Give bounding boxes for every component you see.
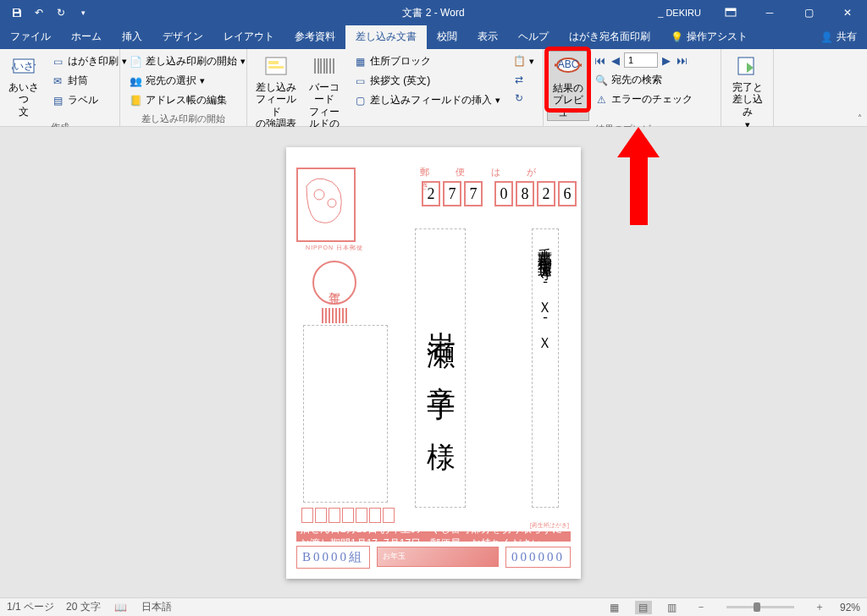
zoom-in-button[interactable]: ＋ [811,601,828,614]
barcode-icon [311,52,338,80]
read-mode-icon[interactable]: ▦ [606,601,623,614]
tab-mailings[interactable]: 差し込み文書 [345,25,427,49]
bulb-icon: 💡 [671,31,683,43]
collapse-ribbon-icon[interactable]: ˄ [858,113,862,123]
zip-digit: 2 [422,181,440,206]
zip-digit: 6 [558,181,577,206]
insert-field-button[interactable]: ▢差し込みフィールドの挿入 ▾ [350,91,504,109]
tab-hagaki[interactable]: はがき宛名面印刷 [559,25,660,49]
user-name[interactable]: _ DEKIRU [658,8,701,18]
preview-results-button[interactable]: ABC 結果の プレビュー [547,51,589,121]
select-recipients-button[interactable]: 👥宛先の選択 ▾ [125,72,249,90]
document-canvas[interactable]: NIPPON 日本郵便 年賀 郵 便 は が き 2 7 7 0 8 2 6 千… [0,127,867,597]
minimize-button[interactable]: ─ [750,0,789,25]
word-count[interactable]: 20 文字 [66,600,101,614]
zip-digit: 8 [516,181,534,206]
stripes-decoration [296,308,373,323]
share-button[interactable]: 👤共有 [810,25,867,49]
svg-point-19 [314,190,324,200]
ribbon-display-icon[interactable] [711,0,750,25]
rules-icon: 📋 [512,54,526,68]
tab-layout[interactable]: レイアウト [213,25,284,49]
find-recipient-button[interactable]: 🔍宛先の検索 [591,71,696,89]
last-record-button[interactable]: ⏭ [675,54,689,67]
tell-me[interactable]: 💡操作アシスト [660,25,758,49]
label-icon: ▤ [51,94,64,107]
proofing-icon[interactable]: 📖 [113,601,130,614]
check-errors-button[interactable]: ⚠エラーのチェック [591,91,696,108]
sender-field[interactable] [303,325,388,503]
update-labels-button[interactable]: ↻ [509,90,538,107]
language-indicator[interactable]: 日本語 [141,600,172,614]
search-icon: 🔍 [594,74,608,87]
lottery-number: 000000 [505,547,571,568]
tab-file[interactable]: ファイル [0,25,61,49]
edit-addressbook-button[interactable]: 📒アドレス帳の編集 [125,91,249,109]
zip-digit: 7 [443,181,461,206]
greeting-icon: あいさつ [10,52,37,80]
annotation-arrow [617,127,660,225]
zoom-slider[interactable] [726,606,794,608]
status-bar: 1/1 ページ 20 文字 📖 日本語 ▦ ▤ ▥ － ＋ 92% [0,597,867,616]
zoom-level[interactable]: 92% [840,602,860,613]
zip-digit: 2 [537,181,555,206]
prev-record-button[interactable]: ◀ [610,54,621,67]
tab-help[interactable]: ヘルプ [508,25,559,49]
svg-rect-0 [14,9,19,12]
match-icon: ⇄ [512,73,526,86]
error-icon: ⚠ [594,93,608,107]
save-icon[interactable] [7,3,27,23]
tab-insert[interactable]: 挿入 [112,25,152,49]
close-button[interactable]: ✕ [828,0,867,25]
finish-merge-button[interactable]: 完了と 差し込み ▾ [725,51,770,132]
print-layout-icon[interactable]: ▤ [635,601,652,614]
lottery-row: B0000組 000000 [296,545,571,569]
update-icon: ↻ [512,91,526,105]
svg-rect-3 [726,8,736,11]
recipient-address-field[interactable]: 千葉県柏市宿連寺Ｘ‐Ｘ‐Ｘ [532,228,559,508]
stamp-label: NIPPON 日本郵便 [296,244,373,252]
lottery-info-strip: 抽せん日1月15日 お年玉のお渡し期間1月17~7月17日 くじ番号部分を切り取… [296,531,571,542]
postcard-icon: ▭ [51,55,64,69]
qat-customize-icon[interactable]: ▾ [73,3,93,23]
window-title: 文書 2 - Word [402,6,464,20]
tab-home[interactable]: ホーム [61,25,112,49]
tab-review[interactable]: 校閲 [427,25,467,49]
greeting-line-button[interactable]: ▭挨拶文 (英文) [350,72,504,90]
next-record-button[interactable]: ▶ [660,54,672,67]
otoshidama-graphic [377,547,499,567]
share-icon: 👤 [820,31,833,43]
first-record-button[interactable]: ⏮ [593,54,607,67]
tab-view[interactable]: 表示 [467,25,508,49]
tab-references[interactable]: 参考資料 [284,25,345,49]
finish-icon [734,52,761,80]
zoom-out-button[interactable]: － [693,601,710,614]
match-fields-button[interactable]: ⇄ [509,71,538,88]
address-block-button[interactable]: ▦住所ブロック [350,52,504,70]
start-merge-button[interactable]: 📄差し込み印刷の開始 ▾ [125,52,249,70]
web-layout-icon[interactable]: ▥ [664,601,681,614]
svg-point-20 [328,199,336,207]
greeting-button[interactable]: あいさつ あいさつ 文 [3,51,44,119]
envelope-button[interactable]: ✉封筒 [47,72,130,90]
nenga-stamp: 年賀 [312,261,356,305]
recipient-name-field[interactable]: 岩瀬 章子 様 [415,228,466,508]
addressbook-icon: 📒 [129,94,142,107]
tab-design[interactable]: デザイン [152,25,213,49]
group-start-label: 差し込み印刷の開始 [124,111,243,127]
zip-digit: 7 [464,181,483,206]
page-indicator[interactable]: 1/1 ページ [7,600,54,614]
preview-icon: ABC [555,53,582,80]
merge-icon: 📄 [129,55,142,69]
postcard-page: NIPPON 日本郵便 年賀 郵 便 は が き 2 7 7 0 8 2 6 千… [286,147,581,579]
svg-rect-8 [268,66,284,69]
rules-button[interactable]: 📋▾ [509,52,538,69]
ribbon-tabs: ファイル ホーム 挿入 デザイン レイアウト 参考資料 差し込み文書 校閲 表示… [0,25,867,49]
sender-zip-boxes [301,508,395,523]
label-button[interactable]: ▤ラベル [47,91,130,109]
undo-icon[interactable]: ↶ [29,3,49,23]
hagaki-print-button[interactable]: ▭はがき印刷 ▾ [47,52,130,70]
maximize-button[interactable]: ▢ [789,0,828,25]
record-number-input[interactable] [624,52,658,68]
repeat-icon[interactable]: ↻ [51,3,71,23]
